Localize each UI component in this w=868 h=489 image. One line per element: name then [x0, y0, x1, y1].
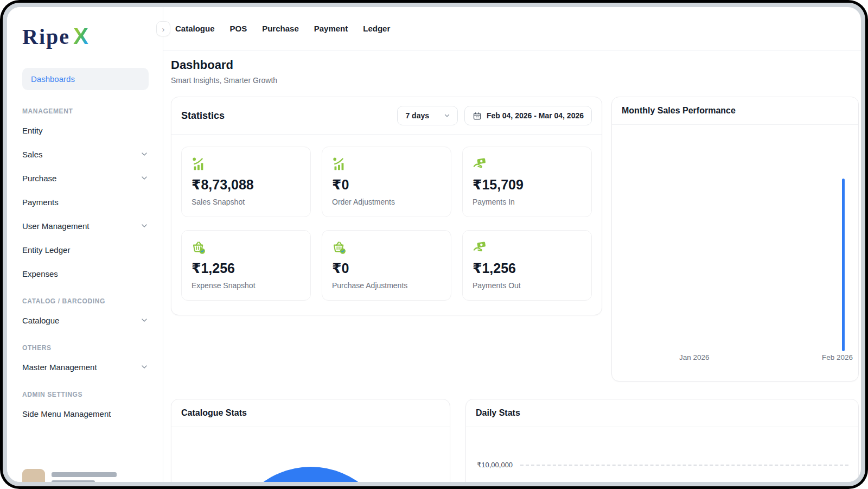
- top-nav-link-pos[interactable]: POS: [230, 24, 247, 33]
- stat-card-expense-snapshot: ₹1,256Expense Snapshot: [181, 230, 311, 301]
- user-profile-text-partial: [52, 472, 117, 482]
- basket-check-icon: [192, 240, 206, 255]
- sidebar-item-entity[interactable]: Entity: [22, 118, 149, 142]
- stat-value: ₹0: [332, 177, 441, 193]
- sidebar-section-label: ADMIN SETTINGS: [22, 379, 149, 402]
- sidebar-item-dashboards[interactable]: Dashboards: [22, 68, 149, 90]
- sidebar-section-label: OTHERS: [22, 332, 149, 355]
- sidebar-item-label: Sales: [22, 150, 43, 159]
- chevron-down-icon: [140, 150, 149, 158]
- statistics-title: Statistics: [181, 110, 225, 122]
- stat-label: Sales Snapshot: [192, 198, 301, 206]
- sidebar-section-label: CATALOG / BARCODING: [22, 285, 149, 308]
- device-frame: Ripe X Dashboards MANAGEMENTEntitySalesP…: [0, 0, 868, 489]
- sidebar-item-label: Payments: [22, 198, 59, 207]
- avatar: [22, 469, 45, 482]
- sidebar-item-label: Master Management: [22, 363, 97, 372]
- sidebar-item-master-management[interactable]: Master Management: [22, 355, 149, 379]
- chart-growth-icon: [332, 156, 347, 171]
- catalogue-stats-title: Catalogue Stats: [181, 408, 247, 418]
- monthly-sales-card: Monthly Sales Performance Jan 2026 Feb 2…: [611, 97, 859, 382]
- gridline: [520, 465, 848, 466]
- sidebar-item-entity-ledger[interactable]: Entity Ledger: [22, 238, 149, 262]
- sidebar-item-label: User Management: [22, 221, 89, 231]
- app-window: Ripe X Dashboards MANAGEMENTEntitySalesP…: [7, 7, 861, 482]
- top-nav: CataloguePOSPurchasePaymentLedger: [175, 24, 390, 33]
- stat-card-sales-snapshot: ₹8,73,088Sales Snapshot: [181, 147, 311, 217]
- sidebar-item-payments[interactable]: Payments: [22, 190, 149, 214]
- stat-card-payments-in: ₹15,709Payments In: [462, 147, 592, 217]
- catalogue-pie-chart: [171, 427, 450, 482]
- top-nav-link-ledger[interactable]: Ledger: [363, 24, 390, 33]
- chevron-down-icon: [140, 174, 149, 182]
- stat-label: Expense Snapshot: [192, 281, 301, 290]
- top-nav-link-payment[interactable]: Payment: [314, 24, 348, 33]
- x-axis-label-jan: Jan 2026: [679, 353, 710, 361]
- basket-check-icon: [332, 240, 347, 255]
- sidebar: Ripe X Dashboards MANAGEMENTEntitySalesP…: [7, 7, 163, 482]
- page-subtitle: Smart Insights, Smarter Growth: [171, 76, 859, 85]
- sidebar-item-label: Entity: [22, 126, 43, 135]
- stat-label: Purchase Adjustments: [332, 281, 441, 290]
- brand-logo: Ripe X: [22, 23, 149, 49]
- page-title: Dashboard: [171, 58, 859, 72]
- calendar-icon: [473, 111, 482, 120]
- stat-card-order-adjustments: ₹0Order Adjustments: [322, 147, 451, 217]
- top-navigation-bar: › CataloguePOSPurchasePaymentLedger: [163, 7, 861, 50]
- user-profile-partial[interactable]: [22, 469, 117, 482]
- stat-value: ₹8,73,088: [192, 177, 301, 193]
- catalogue-stats-card: Catalogue Stats: [171, 399, 450, 482]
- chevron-down-icon: [140, 363, 149, 371]
- y-axis-label: ₹10,00,000: [477, 461, 513, 469]
- page-content: Dashboard Smart Insights, Smarter Growth…: [163, 50, 861, 482]
- hand-money-icon: [473, 156, 487, 171]
- stat-label: Payments Out: [473, 281, 582, 290]
- daily-stats-card: Daily Stats ₹10,00,000: [465, 399, 859, 482]
- stat-label: Payments In: [473, 198, 582, 206]
- sidebar-item-label: Entity Ledger: [22, 245, 70, 255]
- chevron-down-icon: [140, 221, 149, 230]
- stat-card-purchase-adjustments: ₹0Purchase Adjustments: [322, 230, 451, 301]
- stat-value: ₹1,256: [192, 261, 301, 276]
- date-range-value: Feb 04, 2026 - Mar 04, 2026: [487, 111, 584, 120]
- brand-logo-x: X: [73, 23, 88, 49]
- brand-logo-text: Ripe: [22, 24, 70, 49]
- sidebar-item-label: Expenses: [22, 269, 58, 278]
- top-nav-link-catalogue[interactable]: Catalogue: [175, 24, 215, 33]
- stat-card-payments-out: ₹1,256Payments Out: [462, 230, 592, 301]
- chevron-down-icon: [140, 316, 149, 325]
- monthly-sales-title: Monthly Sales Performance: [622, 106, 736, 116]
- sidebar-item-label: Purchase: [22, 174, 56, 183]
- range-select-value: 7 days: [405, 111, 429, 120]
- sidebar-item-side-menu-management[interactable]: Side Menu Management: [22, 402, 149, 426]
- bar-feb-2026[interactable]: [842, 179, 845, 351]
- pie-slice[interactable]: [229, 467, 392, 482]
- chevron-right-icon: ›: [162, 25, 165, 33]
- sidebar-item-label: Catalogue: [22, 316, 59, 325]
- monthly-sales-chart: Jan 2026 Feb 2026: [612, 125, 858, 378]
- daily-stats-chart: ₹10,00,000: [466, 427, 858, 469]
- range-select[interactable]: 7 days: [397, 106, 458, 125]
- main-area: › CataloguePOSPurchasePaymentLedger Dash…: [163, 7, 861, 482]
- date-range-button[interactable]: Feb 04, 2026 - Mar 04, 2026: [464, 106, 592, 125]
- sidebar-item-catalogue[interactable]: Catalogue: [22, 308, 149, 332]
- sidebar-item-user-management[interactable]: User Management: [22, 214, 149, 238]
- chart-growth-icon: [192, 156, 206, 171]
- top-nav-link-purchase[interactable]: Purchase: [262, 24, 299, 33]
- stat-label: Order Adjustments: [332, 198, 441, 206]
- daily-stats-title: Daily Stats: [476, 408, 520, 418]
- sidebar-section-label: MANAGEMENT: [22, 96, 149, 118]
- sidebar-item-expenses[interactable]: Expenses: [22, 262, 149, 285]
- hand-money-icon: [473, 240, 487, 255]
- stat-value: ₹0: [332, 261, 441, 276]
- sidebar-collapse-button[interactable]: ›: [156, 21, 170, 36]
- stat-value: ₹15,709: [473, 177, 582, 193]
- sidebar-item-sales[interactable]: Sales: [22, 142, 149, 166]
- x-axis-label-feb: Feb 2026: [822, 353, 853, 361]
- chevron-down-icon: [443, 112, 451, 119]
- statistics-card: Statistics 7 days: [171, 97, 602, 315]
- sidebar-item-purchase[interactable]: Purchase: [22, 166, 149, 190]
- stat-value: ₹1,256: [473, 261, 582, 276]
- device-bezel: Ripe X Dashboards MANAGEMENTEntitySalesP…: [3, 3, 865, 486]
- sidebar-item-label: Side Menu Management: [22, 409, 111, 418]
